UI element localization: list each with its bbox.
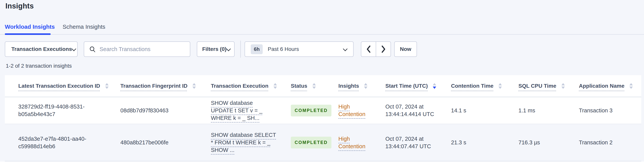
filters-button[interactable]: Filters (0) <box>197 42 234 57</box>
table-header-row: Latest Transaction Execution ID Transact… <box>5 75 641 97</box>
now-button[interactable]: Now <box>394 42 417 57</box>
cell-insights: High Contention <box>338 124 385 161</box>
cell-start-time: Oct 07, 2024 at 13:44:07.447 UTC <box>385 124 451 161</box>
search-box <box>84 42 190 57</box>
status-badge: COMPLETED <box>291 105 332 116</box>
sort-icon-descending-active[interactable] <box>433 83 436 89</box>
active-tab-indicator <box>5 33 51 35</box>
results-summary: 1-2 of 2 transaction insights <box>6 63 72 69</box>
column-header-transaction-execution[interactable]: Transaction Execution <box>211 75 291 97</box>
cell-application-name: Transaction 2 <box>579 124 641 161</box>
column-header-start-time[interactable]: Start Time (UTC) <box>385 75 451 97</box>
tab-schema-insights[interactable]: Schema Insights <box>62 24 105 30</box>
filters-label: Filters (0) <box>202 46 226 52</box>
insight-link[interactable]: High Contention <box>338 103 372 118</box>
cell-application-name: Transaction 3 <box>579 97 641 124</box>
sort-icon[interactable] <box>562 83 565 89</box>
table-row: 328729d2-ff19-4408-8531-b05a5b4e43c7 08d… <box>5 97 641 124</box>
statement-link[interactable]: SHOW database SELECT * FROM t WHERE k = … <box>211 131 276 154</box>
cell-execution-id: 328729d2-ff19-4408-8531-b05a5b4e43c7 <box>5 97 120 124</box>
cell-sql-cpu-time: 1.1 ms <box>518 97 579 124</box>
execution-type-label: Transaction Executions <box>11 46 72 52</box>
sort-icon[interactable] <box>192 83 196 89</box>
time-step-buttons <box>361 42 391 57</box>
search-input[interactable] <box>100 46 185 52</box>
chevron-down-icon <box>343 47 348 51</box>
chevron-right-icon <box>381 46 386 53</box>
column-header-insights[interactable]: Insights <box>338 75 385 97</box>
time-range-picker[interactable]: 6h Past 6 Hours <box>244 42 354 57</box>
cell-transaction-execution: SHOW database UPDATE t SET v = _ WHERE k… <box>211 97 291 124</box>
cell-contention-time: 21.3 s <box>451 124 518 161</box>
cell-start-time: Oct 07, 2024 at 13:44:14.4414 UTC <box>385 97 451 124</box>
tab-workload-insights[interactable]: Workload Insights <box>5 24 55 30</box>
transaction-insights-table: Latest Transaction Execution ID Transact… <box>5 75 641 161</box>
sort-icon[interactable] <box>312 83 316 89</box>
status-badge: COMPLETED <box>291 137 332 148</box>
time-range-label: Past 6 Hours <box>268 46 338 52</box>
cell-sql-cpu-time: 716.3 µs <box>518 124 579 161</box>
chevron-down-icon <box>226 47 231 51</box>
sort-icon[interactable] <box>364 83 368 89</box>
page-title: Insights <box>6 2 34 10</box>
now-button-label: Now <box>400 46 411 52</box>
column-header-application-name[interactable]: Application Name <box>579 75 641 97</box>
cell-execution-id: 452da3e7-e7fa-4801-aa40-c59988d14eb6 <box>5 124 120 161</box>
sort-icon[interactable] <box>629 83 633 89</box>
insights-table-card: Latest Transaction Execution ID Transact… <box>5 75 641 161</box>
sort-icon[interactable] <box>274 83 277 89</box>
time-range-badge: 6h <box>251 44 263 54</box>
search-icon <box>89 46 96 52</box>
cell-status: COMPLETED <box>291 124 338 161</box>
chevron-left-icon <box>366 46 371 53</box>
cell-fingerprint-id: 08d8b7d97f830463 <box>120 97 211 124</box>
statement-link[interactable]: SHOW database UPDATE t SET v = _ WHERE k… <box>211 99 276 122</box>
cell-contention-time: 14.1 s <box>451 97 518 124</box>
page-bottom-area <box>0 161 644 165</box>
sort-icon[interactable] <box>498 83 502 89</box>
sort-icon[interactable] <box>105 83 108 89</box>
cell-fingerprint-id: 480a8b217be006fe <box>120 124 211 161</box>
execution-type-dropdown[interactable]: Transaction Executions <box>5 42 78 57</box>
chevron-down-icon <box>72 47 76 51</box>
table-row: 452da3e7-e7fa-4801-aa40-c59988d14eb6 480… <box>5 124 641 161</box>
column-header-contention-time[interactable]: Contention Time <box>451 75 518 97</box>
column-header-latest-transaction-execution-id[interactable]: Latest Transaction Execution ID <box>5 75 120 97</box>
toolbar-divider <box>240 41 241 58</box>
tabs-bar: Workload Insights Schema Insights <box>0 21 644 35</box>
column-header-status[interactable]: Status <box>291 75 338 97</box>
next-time-range-button[interactable] <box>376 42 390 57</box>
cell-transaction-execution: SHOW database SELECT * FROM t WHERE k = … <box>211 124 291 161</box>
cell-insights: High Contention <box>338 97 385 124</box>
column-header-transaction-fingerprint-id[interactable]: Transaction Fingerprint ID <box>120 75 211 97</box>
column-header-sql-cpu-time[interactable]: SQL CPU Time <box>518 75 579 97</box>
cell-status: COMPLETED <box>291 97 338 124</box>
previous-time-range-button[interactable] <box>361 42 376 57</box>
insight-link[interactable]: High Contention <box>338 135 372 150</box>
